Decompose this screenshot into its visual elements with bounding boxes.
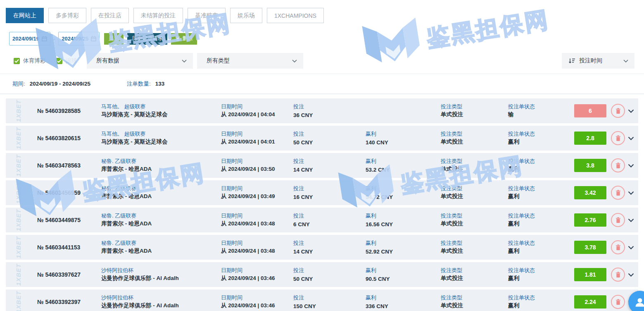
match-name: 达曼协作足球俱乐部 - Al Adalh (101, 275, 215, 282)
row-brand-watermark: 1XBET (15, 154, 22, 176)
odds-badge: 2.8 (574, 132, 606, 145)
delete-bet-button[interactable] (611, 131, 625, 145)
tab[interactable]: 未结算的投注 (133, 8, 183, 23)
tab-bar: 在网站上 多多博彩 在投注店 未结算的投注 基准赔率 娱乐场 1XCHAMPIO… (6, 8, 324, 23)
league-link[interactable]: 秘鲁. 乙级联赛 (101, 212, 215, 220)
row-brand-watermark: 1XBET (15, 263, 22, 285)
bet-type-value: 单式投注 (441, 302, 502, 309)
bet-amount-label: 投注 (293, 267, 359, 274)
live-checkbox-label[interactable]: 滚球 (66, 57, 77, 65)
datetime-label: 日期时间 (221, 212, 287, 220)
win-amount-label: 赢利 (366, 294, 434, 301)
odds-badge: 3.42 (574, 186, 606, 199)
bet-amount-value: 6 CNY (293, 221, 359, 227)
tab[interactable]: 娱乐场 (230, 8, 262, 23)
league-link[interactable]: 马耳他。 超级联赛 (101, 130, 215, 138)
delete-bet-button[interactable] (611, 268, 625, 282)
tab[interactable]: 在网站上 (6, 8, 44, 23)
expand-row-button[interactable] (628, 262, 638, 287)
tab[interactable]: 在投注店 (91, 8, 129, 23)
expand-row-button[interactable] (628, 153, 638, 178)
bet-row: 1XBET № 54603441153 秘鲁. 乙级联赛 库普索尔 - 哈恩AD… (6, 235, 638, 260)
win-amount-label: 赢利 (366, 267, 434, 274)
bet-status-value: 输 (508, 111, 567, 118)
league-link[interactable]: 沙特阿拉伯杯 (101, 294, 215, 301)
expand-row-button[interactable] (628, 180, 638, 205)
trash-icon (176, 36, 180, 41)
calendar-icon (42, 36, 47, 41)
bet-status-value: 赢利 (508, 165, 567, 173)
chevron-down-icon (182, 60, 187, 62)
bet-type-label: 投注类型 (441, 158, 502, 165)
bet-amount-label: 投注 (293, 294, 359, 301)
bet-amount-value: 50 CNY (293, 139, 359, 146)
win-amount-value: 90.5 CNY (366, 276, 434, 282)
win-amount-label: 赢利 (366, 130, 434, 138)
delete-bet-button[interactable] (611, 240, 625, 254)
bet-type-value: 单式投注 (441, 193, 502, 200)
delete-bet-button[interactable] (611, 186, 625, 200)
chevron-down-icon (628, 191, 634, 195)
delete-button[interactable]: 删除 (171, 33, 197, 45)
delete-bet-button[interactable] (611, 104, 625, 118)
history-request-button[interactable]: 历史记录请求 (127, 33, 167, 45)
live-checkbox[interactable] (56, 58, 62, 64)
datetime-value: 从 2024/09/24 | 04:01 (221, 138, 287, 146)
expand-row-button[interactable] (628, 235, 638, 260)
tab-label: 在投注店 (98, 12, 121, 19)
delete-bet-button[interactable] (611, 158, 625, 172)
trash-icon (615, 244, 621, 251)
sport-checkbox-label[interactable]: 体育博彩 (23, 57, 45, 65)
datetime-value: 从 2024/09/24 | 03:48 (221, 247, 287, 255)
bet-number: № 54603928585 (37, 108, 81, 114)
match-name: 马沙斯洛克 - 莫斯达足球会 (101, 138, 215, 146)
expand-row-button[interactable] (628, 208, 638, 232)
league-link[interactable]: 沙特阿拉伯杯 (101, 267, 215, 274)
match-name: 库普索尔 - 哈恩ADA (101, 193, 215, 200)
league-link[interactable]: 秘鲁. 乙级联赛 (101, 239, 215, 247)
expand-row-button[interactable] (628, 98, 638, 123)
trash-icon (615, 272, 621, 278)
tab[interactable]: 基准赔率 (188, 8, 226, 23)
win-amount-value: 140 CNY (366, 139, 434, 146)
bet-type-label: 投注类型 (441, 103, 502, 110)
tab[interactable]: 多多博彩 (48, 8, 86, 23)
show-button[interactable]: 显示 (104, 33, 124, 45)
bet-status-label: 投注单状态 (508, 267, 567, 274)
league-link[interactable]: 马耳他。 超级联赛 (101, 103, 215, 110)
check-icon (57, 59, 62, 63)
delete-bet-button[interactable] (611, 295, 625, 309)
sport-checkbox[interactable] (14, 58, 20, 64)
period-value: 2024/09/19 - 2024/09/25 (30, 81, 90, 87)
tab[interactable]: 1XCHAMPIONS (267, 8, 324, 23)
delete-bet-button[interactable] (611, 213, 625, 227)
data-filter-dropdown[interactable]: 所有数据 (87, 53, 193, 69)
chevron-down-icon (628, 218, 634, 222)
date-to-input[interactable]: 2024/09/25 (58, 32, 100, 45)
sort-dropdown[interactable]: 投注时间 (562, 53, 634, 69)
datetime-value: 从 2024/09/24 | 03:46 (221, 302, 287, 309)
datetime-value: 从 2024/09/24 | 03:50 (221, 165, 287, 173)
tab-label: 在网站上 (13, 12, 36, 19)
league-link[interactable]: 秘鲁. 乙级联赛 (101, 185, 215, 192)
odds-badge: 3.8 (574, 159, 606, 172)
date-from-input[interactable]: 2024/09/19 (9, 32, 50, 45)
period-label: 期间: (12, 80, 25, 88)
row-brand-watermark: 1XBET (15, 100, 22, 122)
bet-amount-label: 投注 (293, 212, 359, 220)
bet-type-value: 单式投注 (441, 220, 502, 227)
chevron-down-icon (628, 109, 634, 113)
trash-icon (615, 135, 621, 141)
filter-row: 体育博彩 滚球 所有数据 所有类型 投注时间 (0, 53, 644, 69)
type-filter-dropdown[interactable]: 所有类型 (197, 53, 303, 69)
league-link[interactable]: 秘鲁. 乙级联赛 (101, 158, 215, 165)
tab-label: 基准赔率 (195, 12, 218, 19)
bet-number: № 54603449875 (37, 217, 81, 223)
bet-row: 1XBET № 54603820615 马耳他。 超级联赛 马沙斯洛克 - 莫斯… (6, 126, 638, 151)
trash-icon (615, 163, 621, 169)
bet-status-label: 投注单状态 (508, 130, 567, 138)
match-name: 库普索尔 - 哈恩ADA (101, 220, 215, 227)
bet-amount-label: 投注 (293, 130, 359, 138)
expand-row-button[interactable] (628, 126, 638, 151)
row-brand-watermark: 1XBET (15, 182, 22, 203)
